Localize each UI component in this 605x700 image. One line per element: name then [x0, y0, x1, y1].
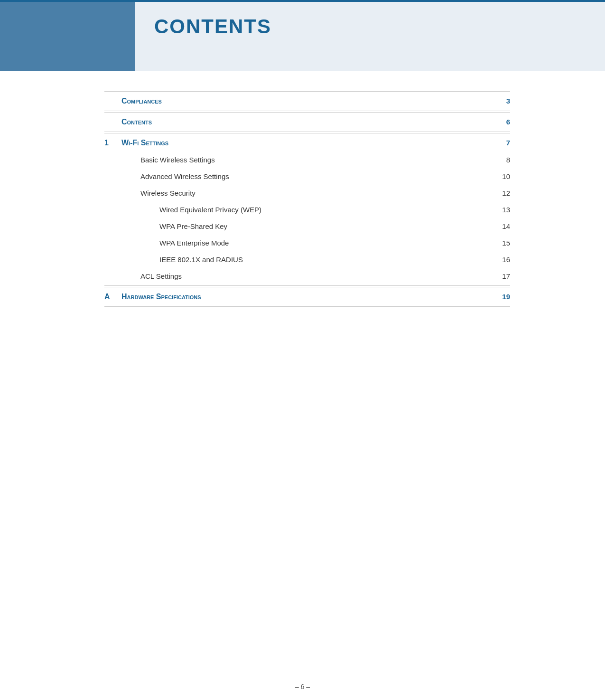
- toc-divider: [104, 285, 510, 286]
- toc-divider: [104, 132, 510, 132]
- toc-entry-page: 8: [491, 156, 510, 164]
- toc-divider: [104, 306, 510, 307]
- toc-entry-page: 12: [491, 189, 510, 197]
- toc-entry-title: WPA Pre-Shared Key: [159, 222, 491, 230]
- toc-entry: ACL Settings17: [104, 268, 510, 284]
- toc-entry-title: Wireless Security: [140, 189, 491, 197]
- toc-entry-page: 19: [491, 293, 510, 301]
- toc-entry-page: 3: [491, 97, 510, 105]
- toc-entry: Wireless Security12: [104, 185, 510, 201]
- toc-container: Compliances3Contents61Wi-Fi Settings7Bas…: [104, 91, 510, 308]
- toc-entry-title: IEEE 802.1X and RADIUS: [159, 255, 491, 264]
- toc-entry-title: Wi-Fi Settings: [121, 139, 491, 147]
- main-content: Compliances3Contents61Wi-Fi Settings7Bas…: [0, 71, 605, 328]
- toc-entry-title: Advanced Wireless Settings: [140, 172, 491, 180]
- toc-divider: [104, 287, 510, 287]
- toc-entry-num: 1: [104, 139, 121, 147]
- toc-entry-num: A: [104, 293, 121, 301]
- toc-entry: 1Wi-Fi Settings7: [104, 134, 510, 151]
- toc-entry-page: 17: [491, 272, 510, 280]
- toc-entry-title: WPA Enterprise Mode: [159, 239, 491, 247]
- toc-divider: [104, 111, 510, 111]
- toc-entry-title: Wired Equivalent Privacy (WEP): [159, 206, 491, 214]
- toc-entry-title: Contents: [121, 118, 491, 126]
- toc-entry-title: Hardware Specifications: [121, 293, 491, 301]
- page-title: CONTENTS: [154, 15, 586, 38]
- footer: – 6 –: [0, 683, 605, 691]
- toc-entry-page: 14: [491, 222, 510, 230]
- toc-divider: [104, 91, 510, 92]
- toc-entry-title: ACL Settings: [140, 272, 491, 280]
- header: CONTENTS: [0, 0, 605, 71]
- toc-entry-page: 15: [491, 239, 510, 247]
- toc-entry: Contents6: [104, 114, 510, 131]
- toc-entry-title: Basic Wireless Settings: [140, 156, 491, 164]
- header-sidebar: [0, 2, 135, 71]
- toc-entry: Advanced Wireless Settings10: [104, 168, 510, 185]
- toc-entry: WPA Enterprise Mode15: [104, 235, 510, 251]
- toc-entry: Wired Equivalent Privacy (WEP)13: [104, 201, 510, 218]
- toc-entry: WPA Pre-Shared Key14: [104, 218, 510, 235]
- toc-entry-page: 7: [491, 139, 510, 147]
- toc-entry-page: 6: [491, 118, 510, 126]
- toc-entry-page: 10: [491, 172, 510, 180]
- page-number: – 6 –: [295, 683, 310, 691]
- toc-entry: IEEE 802.1X and RADIUS16: [104, 251, 510, 268]
- toc-entry-page: 13: [491, 206, 510, 214]
- toc-entry: AHardware Specifications19: [104, 288, 510, 305]
- toc-entry-page: 16: [491, 255, 510, 264]
- header-content: CONTENTS: [135, 2, 605, 71]
- toc-entry: Compliances3: [104, 93, 510, 110]
- toc-divider-final: [104, 308, 510, 308]
- toc-entry: Basic Wireless Settings8: [104, 151, 510, 168]
- toc-divider: [104, 133, 510, 133]
- toc-divider: [104, 112, 510, 113]
- toc-entry-title: Compliances: [121, 97, 491, 105]
